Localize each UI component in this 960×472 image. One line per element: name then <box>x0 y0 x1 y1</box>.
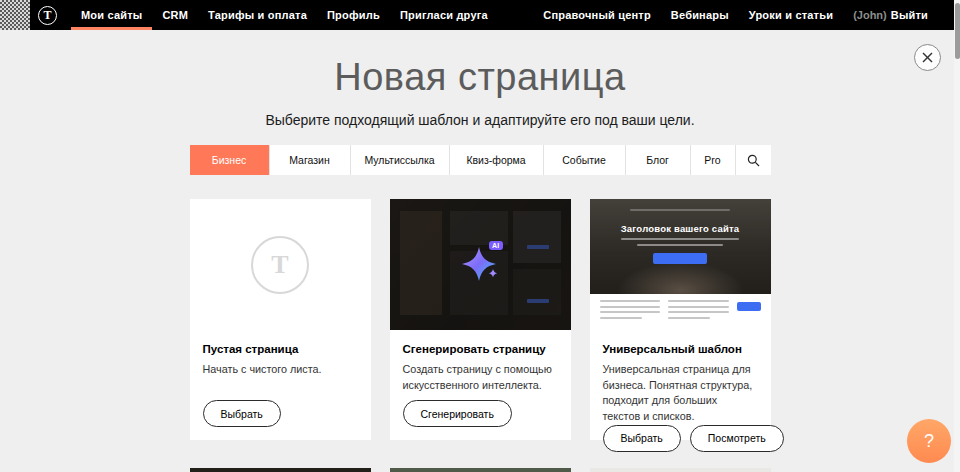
card-actions: Сгенерировать <box>403 400 558 427</box>
tab-search[interactable] <box>735 145 771 175</box>
ai-badge: AI <box>489 241 503 250</box>
card-description: Создать страницу с помощью искусственног… <box>403 362 558 393</box>
preview-small-button <box>737 302 761 311</box>
tab-pro[interactable]: Pro <box>690 145 735 175</box>
topbar-nav-right: Справочный центр Вебинары Уроки и статьи… <box>533 0 938 30</box>
preview-hero: Заголовок вашего сайта <box>590 199 771 294</box>
card-actions: Выбрать <box>203 400 358 427</box>
account-group: (John) Выйти <box>843 0 938 30</box>
preview-text-section <box>590 294 771 330</box>
card-actions: Выбрать Посмотреть <box>603 425 758 452</box>
universal-template-preview[interactable]: Заголовок вашего сайта <box>590 199 771 330</box>
transparency-checker <box>0 0 30 30</box>
preview-text-column <box>668 300 729 324</box>
tilda-watermark-letter: T <box>271 250 288 280</box>
tab-quiz-form[interactable]: Квиз-форма <box>449 145 543 175</box>
nav-my-sites[interactable]: Мои сайты <box>71 0 152 30</box>
card-body: Сгенерировать страницу Создать страницу … <box>390 330 571 440</box>
close-button[interactable] <box>914 44 941 71</box>
view-universal-button[interactable]: Посмотреть <box>690 425 784 452</box>
select-universal-button[interactable]: Выбрать <box>603 425 681 452</box>
card-description: Начать с чистого листа. <box>203 362 358 378</box>
card-body: Пустая страница Начать с чистого листа. … <box>190 330 371 440</box>
preview-text-line <box>637 244 723 246</box>
nav-profile[interactable]: Профиль <box>317 0 390 30</box>
template-card-partial[interactable] <box>590 468 771 472</box>
template-card-universal: Заголовок вашего сайта <box>590 199 771 440</box>
template-card-partial[interactable] <box>190 468 371 472</box>
template-card-partial[interactable] <box>390 468 571 472</box>
preview-heading: Заголовок вашего сайта <box>621 223 740 234</box>
logout-link[interactable]: Выйти <box>887 9 938 21</box>
topbar: T Мои сайты CRM Тарифы и оплата Профиль … <box>0 0 960 30</box>
help-button[interactable]: ? <box>907 419 951 463</box>
tab-blog[interactable]: Блог <box>625 145 690 175</box>
close-icon <box>922 52 933 63</box>
card-title: Универсальный шаблон <box>603 343 758 355</box>
preview-text-line <box>621 238 739 240</box>
card-body: Универсальный шаблон Универсальная стран… <box>590 330 771 465</box>
account-name: (John) <box>853 9 887 21</box>
scrollbar[interactable] <box>954 0 960 472</box>
template-cards: T Пустая страница Начать с чистого листа… <box>190 199 771 440</box>
tab-store[interactable]: Магазин <box>269 145 350 175</box>
card-title: Сгенерировать страницу <box>403 343 558 355</box>
preview-nav-bar <box>630 209 730 211</box>
tilda-logo-letter: T <box>43 8 51 23</box>
template-tabs: Бизнес Магазин Мультиссылка Квиз-форма С… <box>190 145 771 175</box>
tilda-logo-icon[interactable]: T <box>38 6 57 25</box>
tab-multilink[interactable]: Мультиссылка <box>350 145 449 175</box>
preview-text-column <box>600 300 661 324</box>
nav-crm[interactable]: CRM <box>152 0 198 30</box>
new-page-modal: Новая страница Выберите подходящий шабло… <box>0 30 960 472</box>
page-title: Новая страница <box>0 30 960 96</box>
template-card-ai-generate: AI Сгенерировать страницу Создать страни… <box>390 199 571 440</box>
template-card-blank: T Пустая страница Начать с чистого листа… <box>190 199 371 440</box>
screen: T Мои сайты CRM Тарифы и оплата Профиль … <box>0 0 960 472</box>
next-row-partial <box>190 468 771 472</box>
nav-invite-friend[interactable]: Пригласи друга <box>390 0 498 30</box>
generate-button[interactable]: Сгенерировать <box>403 400 512 427</box>
nav-help-center[interactable]: Справочный центр <box>533 0 661 30</box>
ai-template-preview[interactable]: AI <box>390 199 571 330</box>
preview-cta-button <box>653 253 707 264</box>
blank-template-preview[interactable]: T <box>190 199 371 330</box>
card-title: Пустая страница <box>203 343 358 355</box>
tab-event[interactable]: Событие <box>543 145 625 175</box>
nav-webinars[interactable]: Вебинары <box>661 0 739 30</box>
tilda-watermark-icon: T <box>251 236 309 294</box>
scrollbar-thumb[interactable] <box>955 3 960 59</box>
page-subtitle: Выберите подходящий шаблон и адаптируйте… <box>0 112 960 128</box>
nav-lessons-articles[interactable]: Уроки и статьи <box>739 0 843 30</box>
nav-plans-billing[interactable]: Тарифы и оплата <box>198 0 317 30</box>
select-blank-button[interactable]: Выбрать <box>203 400 281 427</box>
tab-business[interactable]: Бизнес <box>190 145 269 175</box>
search-icon <box>747 154 760 167</box>
card-description: Универсальная страница для бизнеса. Поня… <box>603 362 758 425</box>
topbar-nav-left: Мои сайты CRM Тарифы и оплата Профиль Пр… <box>71 0 498 30</box>
